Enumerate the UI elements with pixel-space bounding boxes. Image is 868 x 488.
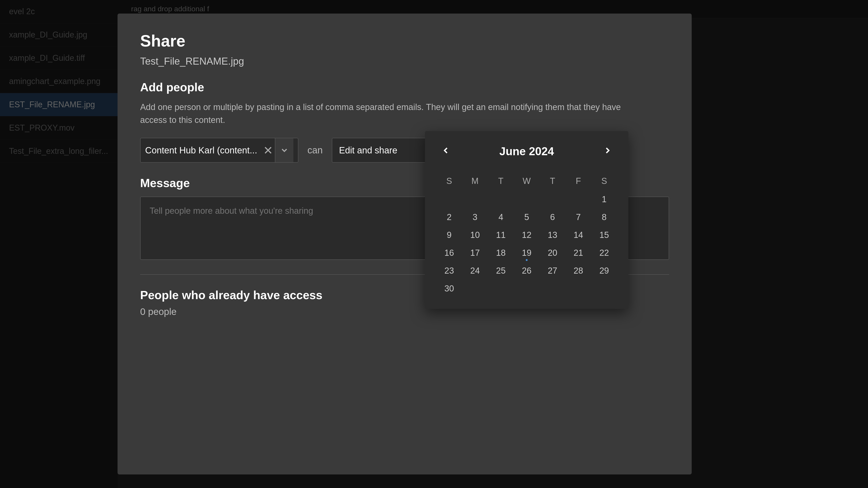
calendar-day-empty — [514, 191, 539, 208]
day-header-sat: S — [591, 172, 617, 191]
calendar-next-button[interactable] — [598, 142, 617, 160]
modal-title: Share — [140, 32, 669, 50]
calendar-day-empty — [539, 191, 565, 208]
recipient-dropdown-button[interactable] — [275, 138, 293, 162]
permission-value: Edit and share — [339, 145, 424, 156]
calendar-day-6[interactable]: 6 — [539, 208, 565, 226]
calendar-prev-button[interactable] — [436, 142, 455, 160]
add-people-desc: Add one person or multiple by pasting in… — [140, 101, 638, 127]
calendar-week-3: 16171819202122 — [436, 244, 617, 262]
day-header-sun: S — [436, 172, 462, 191]
calendar-day-empty — [462, 280, 488, 297]
recipient-value: Content Hub Karl (content... — [145, 145, 261, 156]
calendar-day-empty — [565, 191, 591, 208]
calendar-day-27[interactable]: 27 — [539, 262, 565, 280]
calendar-day-8[interactable]: 8 — [591, 208, 617, 226]
calendar-day-25[interactable]: 25 — [488, 262, 514, 280]
calendar-day-26[interactable]: 26 — [514, 262, 539, 280]
modal-subtitle: Test_File_RENAME.jpg — [140, 56, 669, 67]
day-header-mon: M — [462, 172, 488, 191]
calendar-day-1[interactable]: 1 — [591, 191, 617, 208]
calendar-day-empty — [591, 280, 617, 297]
calendar-day-2[interactable]: 2 — [436, 208, 462, 226]
calendar-day-10[interactable]: 10 — [462, 226, 488, 244]
calendar-week-2: 9101112131415 — [436, 226, 617, 244]
chevron-left-icon — [441, 145, 451, 156]
calendar-popup: June 2024 S M T W T F S 1234567891011121… — [425, 131, 628, 309]
calendar-day-19[interactable]: 19 — [514, 244, 539, 262]
calendar-day-5[interactable]: 5 — [514, 208, 539, 226]
calendar-day-24[interactable]: 24 — [462, 262, 488, 280]
calendar-day-14[interactable]: 14 — [565, 226, 591, 244]
calendar-day-13[interactable]: 13 — [539, 226, 565, 244]
calendar-body: 1234567891011121314151617181920212223242… — [436, 191, 617, 297]
day-header-thu: T — [539, 172, 565, 191]
calendar-day-7[interactable]: 7 — [565, 208, 591, 226]
close-icon — [264, 146, 273, 155]
calendar-day-15[interactable]: 15 — [591, 226, 617, 244]
day-header-fri: F — [565, 172, 591, 191]
calendar-day-23[interactable]: 23 — [436, 262, 462, 280]
day-header-tue: T — [488, 172, 514, 191]
chevron-down-icon — [280, 146, 289, 155]
calendar-week-4: 23242526272829 — [436, 262, 617, 280]
modal-header: Share Test_File_RENAME.jpg — [140, 32, 669, 67]
calendar-day-empty — [539, 280, 565, 297]
day-header-wed: W — [514, 172, 539, 191]
calendar-day-empty — [488, 191, 514, 208]
calendar-day-28[interactable]: 28 — [565, 262, 591, 280]
calendar-day-empty — [514, 280, 539, 297]
calendar-day-20[interactable]: 20 — [539, 244, 565, 262]
calendar-month-year: June 2024 — [499, 145, 554, 158]
calendar-header-row: S M T W T F S — [436, 172, 617, 191]
calendar-day-17[interactable]: 17 — [462, 244, 488, 262]
calendar-day-21[interactable]: 21 — [565, 244, 591, 262]
calendar-day-empty — [462, 191, 488, 208]
add-people-title: Add people — [140, 80, 669, 94]
calendar-day-30[interactable]: 30 — [436, 280, 462, 297]
calendar-grid: S M T W T F S 12345678910111213141516171… — [436, 172, 617, 297]
calendar-day-3[interactable]: 3 — [462, 208, 488, 226]
calendar-week-5: 30 — [436, 280, 617, 297]
calendar-week-0: 1 — [436, 191, 617, 208]
can-label: can — [303, 145, 327, 156]
calendar-day-9[interactable]: 9 — [436, 226, 462, 244]
calendar-day-18[interactable]: 18 — [488, 244, 514, 262]
calendar-day-12[interactable]: 12 — [514, 226, 539, 244]
calendar-day-22[interactable]: 22 — [591, 244, 617, 262]
chevron-right-icon — [602, 145, 613, 156]
calendar-day-29[interactable]: 29 — [591, 262, 617, 280]
calendar-day-empty — [565, 280, 591, 297]
calendar-day-16[interactable]: 16 — [436, 244, 462, 262]
calendar-day-empty — [488, 280, 514, 297]
recipient-input-group[interactable]: Content Hub Karl (content... — [140, 138, 298, 163]
calendar-nav: June 2024 — [436, 142, 617, 160]
calendar-week-1: 2345678 — [436, 208, 617, 226]
recipient-clear-button[interactable] — [261, 143, 275, 157]
calendar-day-4[interactable]: 4 — [488, 208, 514, 226]
calendar-day-empty — [436, 191, 462, 208]
calendar-day-11[interactable]: 11 — [488, 226, 514, 244]
